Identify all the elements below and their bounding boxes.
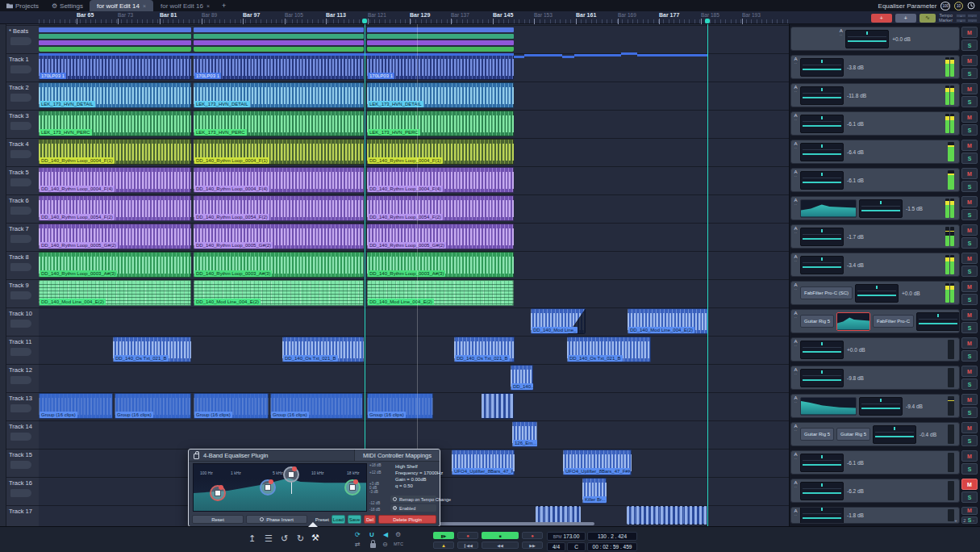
automation-column[interactable]: A∙∙	[791, 451, 800, 474]
tempo-automation-segment[interactable]	[637, 54, 707, 56]
clip[interactable]: 126_Em...	[512, 421, 537, 447]
mute-button[interactable]: M	[961, 224, 978, 236]
eq-band-handle-1[interactable]	[210, 485, 226, 501]
u-mode-icon[interactable]: U	[369, 531, 374, 538]
track-header[interactable]: Track 8	[6, 251, 39, 279]
track-header[interactable]: Track 13	[6, 392, 39, 420]
fast-forward-button[interactable]: ▶▶	[522, 542, 543, 549]
track-header-pill[interactable]	[10, 376, 31, 384]
solo-button[interactable]: S	[961, 322, 978, 333]
volume-fader[interactable]	[800, 507, 844, 524]
solo-button[interactable]: S	[961, 463, 978, 475]
solo-button[interactable]: S	[961, 294, 978, 305]
clip[interactable]: DD_140_Rythm Loop_0004_F(4)	[367, 167, 514, 193]
redo-icon[interactable]: ↻	[297, 533, 304, 544]
eq-band-handle-3[interactable]	[283, 466, 299, 483]
track-header[interactable]: Track 10	[6, 307, 39, 336]
load-button[interactable]: Load	[332, 515, 345, 524]
track-header[interactable]: Track 3	[6, 110, 39, 138]
automation-column[interactable]: A∙∙	[791, 169, 800, 191]
plugin-button[interactable]: FabFilter Pro-C (SC)	[800, 286, 853, 299]
clip[interactable]: DD_140_Os Txt_021_B	[567, 337, 651, 362]
clip[interactable]: 170LP03 1	[39, 54, 191, 80]
solo-button[interactable]: S	[961, 350, 978, 362]
volume-fader[interactable]	[800, 86, 844, 105]
clip[interactable]: Killer Br...	[582, 478, 607, 504]
track-header-pill[interactable]	[10, 291, 31, 299]
clip[interactable]: 170LP03 1	[194, 54, 364, 80]
track-header-pill[interactable]	[10, 178, 31, 186]
solo-button[interactable]: S	[961, 96, 978, 107]
arrangement-area[interactable]: + 2 - * BeatsA∙∙+0.0 dBMSTrack 1170LP03 …	[0, 24, 980, 526]
track-header-pill[interactable]	[10, 150, 31, 158]
loop-icon[interactable]: ⟳	[355, 531, 361, 538]
eq-curve-display[interactable]: 100 Hz1 kHz5 kHz10 kHz18 kHz	[193, 463, 367, 512]
clip[interactable]: LEK_173_HVN_PERC	[367, 111, 514, 136]
track-header-pill[interactable]	[10, 263, 31, 271]
clip[interactable]	[194, 26, 364, 52]
sync-gear-icon[interactable]: ⚙	[395, 531, 401, 538]
key-display[interactable]: C	[567, 542, 586, 551]
track-header[interactable]: Track 15	[6, 449, 39, 477]
timeline-ruler[interactable]: + + ∿ Tempo Marker +-+- Bar 65Bar 73Bar …	[0, 11, 980, 24]
eq-curve-widget[interactable]	[836, 312, 870, 331]
track-header-pill[interactable]	[10, 433, 31, 441]
track-header-pill[interactable]	[10, 235, 31, 243]
clip[interactable]: DD_140_Rythm Loop_0004_F(4)	[194, 167, 364, 193]
play-button[interactable]: ■	[482, 532, 519, 539]
mute-button[interactable]: M	[961, 83, 978, 94]
track-header-pill[interactable]	[10, 348, 31, 356]
solo-button[interactable]: S	[961, 407, 978, 418]
clip[interactable]: Group (16 clips)	[270, 393, 363, 419]
clip[interactable]	[39, 26, 191, 52]
mute-button[interactable]: M	[961, 507, 978, 515]
track-header[interactable]: * Beats	[6, 25, 39, 53]
tab-edit-1[interactable]: for wolf Edit 14×	[90, 0, 153, 11]
clip[interactable]: DD_140_Rythm Loop_0003_A#(3)	[367, 252, 514, 278]
clip[interactable]: UFO4_Uplifter_8Bars_47_F#K	[452, 450, 515, 475]
plugin-title-bar[interactable]: 4-Band Equaliser Plugin MIDI Controller …	[189, 450, 440, 462]
clip[interactable]: DD_140_Os Txt_021_B	[113, 337, 191, 362]
automation-button[interactable]: ∿	[920, 14, 936, 23]
clip[interactable]: DD_140_Rythm Loop_0054_F(2)	[367, 195, 514, 221]
volume-fader[interactable]	[800, 454, 844, 472]
mute-button[interactable]: M	[961, 366, 978, 377]
tab-edit-2[interactable]: for wolf Edit 16×	[153, 0, 217, 11]
automation-column[interactable]: A∙∙	[791, 140, 800, 163]
volume-fader[interactable]	[800, 228, 844, 246]
time-position-display[interactable]: 00 : 02 : 59 . 459	[587, 542, 637, 551]
lock-icon[interactable]	[194, 454, 199, 459]
automation-column[interactable]: A∙∙	[791, 395, 800, 417]
record-button[interactable]: ●	[522, 532, 543, 539]
solo-button[interactable]: S	[961, 40, 978, 51]
volume-fader[interactable]	[855, 284, 899, 303]
volume-fader[interactable]	[859, 199, 903, 218]
automation-column[interactable]: A∙∙	[791, 56, 800, 78]
clip[interactable]: DD_140_Rythm Loop_0004_F(1)	[367, 139, 514, 165]
track-header[interactable]: Track 5	[6, 166, 39, 194]
undo-icon[interactable]: ↺	[281, 533, 288, 544]
volume-fader[interactable]	[873, 425, 916, 444]
counter-badge-2[interactable]: 10	[954, 2, 963, 10]
swap-icon[interactable]: ⇄	[355, 541, 361, 548]
rewind-button[interactable]: ◀◀	[482, 542, 519, 549]
volume-fader[interactable]	[859, 397, 903, 416]
track-header-pill[interactable]	[10, 122, 31, 130]
automation-column[interactable]: A∙∙	[791, 479, 800, 502]
clip[interactable]: DD_140_Os Txt_021_B	[282, 337, 364, 362]
mute-button[interactable]: M	[961, 479, 978, 490]
bar-position-display[interactable]: 130 . 2 . 424	[587, 532, 637, 541]
clip[interactable]: UFO4_Uplifter_8Bars_47_F#K	[563, 450, 632, 475]
solo-button[interactable]: S	[961, 68, 978, 79]
loop-marker[interactable]	[705, 19, 710, 23]
track-lane[interactable]	[39, 420, 789, 449]
mute-button[interactable]: M	[961, 394, 978, 405]
clip[interactable]: DD_140_Mod Line_	[531, 308, 586, 334]
record-punch-button[interactable]: ●	[457, 532, 478, 539]
solo-button[interactable]: S	[961, 435, 978, 446]
mini-stepper-button[interactable]: +	[956, 19, 966, 23]
mute-button[interactable]: M	[961, 111, 978, 123]
automation-column[interactable]: A∙∙	[791, 112, 800, 135]
solo-button[interactable]: S	[961, 237, 978, 249]
track-header[interactable]: Track 17	[6, 505, 39, 526]
